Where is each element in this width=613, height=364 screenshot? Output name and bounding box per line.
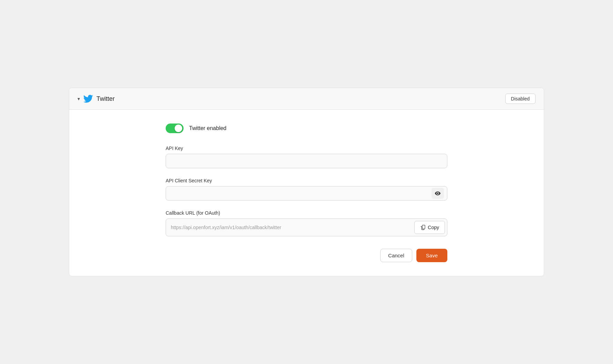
api-key-input[interactable]	[166, 154, 447, 168]
chevron-down-icon[interactable]: ▾	[77, 96, 80, 101]
status-badge-button[interactable]: Disabled	[505, 94, 536, 104]
callback-url-value: https://api.openfort.xyz/iam/v1/oauth/ca…	[166, 220, 412, 235]
save-button[interactable]: Save	[416, 249, 447, 262]
callback-url-wrapper: https://api.openfort.xyz/iam/v1/oauth/ca…	[166, 218, 447, 236]
content-area: Twitter enabled API Key API Client Secre…	[69, 110, 544, 276]
eye-icon	[435, 190, 441, 196]
api-secret-group: API Client Secret Key	[166, 178, 447, 201]
toggle-row: Twitter enabled	[166, 124, 447, 133]
header: ▾ Twitter Disabled	[69, 88, 544, 110]
twitter-enabled-toggle[interactable]	[166, 124, 184, 133]
api-key-label: API Key	[166, 146, 447, 151]
api-secret-wrapper	[166, 186, 447, 201]
svg-rect-0	[422, 225, 425, 229]
api-key-group: API Key	[166, 146, 447, 168]
cancel-button[interactable]: Cancel	[380, 249, 412, 262]
action-row: Cancel Save	[166, 249, 447, 262]
header-left: ▾ Twitter	[77, 95, 115, 103]
callback-url-group: Callback URL (for OAuth) https://api.ope…	[166, 210, 447, 236]
callback-url-label: Callback URL (for OAuth)	[166, 210, 447, 216]
page-container: ▾ Twitter Disabled Twitter enabled API K…	[69, 88, 544, 276]
toggle-thumb	[175, 125, 182, 132]
toggle-visibility-button[interactable]	[432, 188, 444, 199]
api-secret-label: API Client Secret Key	[166, 178, 447, 183]
toggle-label: Twitter enabled	[189, 125, 227, 131]
copy-button[interactable]: Copy	[414, 221, 445, 234]
page-title: Twitter	[96, 95, 115, 103]
copy-button-label: Copy	[428, 225, 439, 230]
twitter-icon	[83, 95, 93, 103]
api-secret-input[interactable]	[166, 186, 447, 201]
clipboard-icon	[420, 225, 426, 230]
